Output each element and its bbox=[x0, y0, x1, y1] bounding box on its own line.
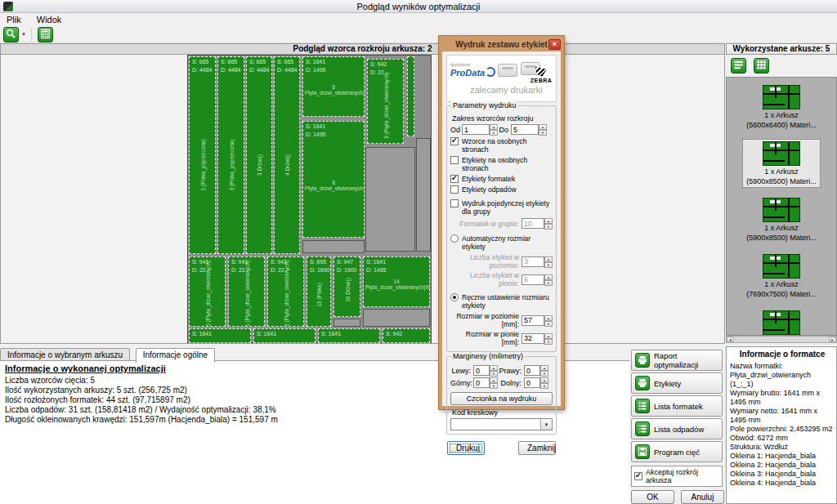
cut-panel[interactable]: S: 665D: 44843 (Półka_poprzeczna) bbox=[217, 56, 244, 254]
app-icon bbox=[3, 2, 13, 11]
top-margin-input[interactable] bbox=[473, 377, 490, 388]
cut-panel[interactable]: S: 941D: 22..11 (Płyta_drzwi_otwieranych… bbox=[228, 256, 265, 327]
cut-panel[interactable]: S: 1641 bbox=[318, 328, 380, 343]
v-count-input[interactable] bbox=[521, 274, 544, 285]
waste-area[interactable] bbox=[333, 319, 360, 327]
spinner-arrows[interactable] bbox=[490, 377, 498, 388]
parts-list-button[interactable]: Lista formatek bbox=[631, 395, 723, 417]
right-margin-input[interactable] bbox=[524, 365, 540, 376]
tab-general-info[interactable]: Informacje ogólne bbox=[136, 348, 216, 363]
spinner-arrows[interactable] bbox=[539, 124, 547, 135]
cut-panel[interactable] bbox=[407, 56, 414, 136]
cut-panel[interactable]: S: 1641 bbox=[253, 328, 316, 343]
labels-pages-row[interactable]: Etykiety na osobnych stronach bbox=[450, 156, 553, 172]
patterns-pages-checkbox[interactable] bbox=[450, 137, 459, 145]
size-v-input[interactable] bbox=[521, 333, 544, 344]
manual-size-row[interactable]: Ręczne ustawienie rozmiaru etykiety bbox=[450, 293, 553, 310]
right-margin-label: Prawy: bbox=[498, 367, 524, 375]
sheet-list-item[interactable]: 1 x Arkusz (5600x6400) Materi... bbox=[727, 78, 836, 134]
labels-waste-row[interactable]: Etykiety odpadów bbox=[450, 185, 553, 194]
cut-panel[interactable]: S: 941D: 22..12 (Płyta_drzwi_otwieranych… bbox=[267, 256, 304, 327]
manual-size-radio[interactable] bbox=[450, 293, 459, 301]
ok-button[interactable]: OK bbox=[631, 490, 674, 504]
waste-area[interactable] bbox=[365, 147, 415, 252]
group-count-input[interactable] bbox=[521, 218, 544, 229]
cut-panel[interactable]: S: 942D: 22..9 (Płyta_drzwi_otwieranych) bbox=[367, 59, 404, 144]
barcode-combobox[interactable] bbox=[450, 418, 553, 430]
auto-size-radio[interactable] bbox=[450, 234, 459, 243]
scroll-left-arrow-icon[interactable] bbox=[727, 337, 734, 342]
sheet-list-item[interactable]: 1 x Arkusz (7690x7500) Materi... bbox=[727, 247, 836, 303]
labels-button[interactable]: Etykiety bbox=[631, 372, 723, 394]
dialog-close-button[interactable]: Zamknij bbox=[518, 441, 556, 455]
bottom-margin-input[interactable] bbox=[524, 377, 540, 388]
single-label-checkbox[interactable] bbox=[450, 199, 459, 207]
waste-list-button[interactable]: Lista odpadów bbox=[631, 418, 723, 439]
patterns-pages-row[interactable]: Wzorce na osobnych stronach bbox=[450, 137, 553, 154]
cut-panel[interactable]: S: 665D: 44844 Drzwi() bbox=[274, 56, 300, 254]
accept-layout-row[interactable]: Akceptuj rozkrój arkusza bbox=[631, 466, 723, 487]
range-to-input[interactable] bbox=[511, 124, 539, 135]
cut-panel[interactable]: S: 665D: 44841 (Półka_poprzeczna) bbox=[189, 56, 216, 254]
sidebar-toolbar bbox=[726, 56, 837, 77]
spinner-arrows[interactable] bbox=[490, 124, 498, 135]
actions-column: Raport optymalizacji Etykiety Lista form… bbox=[631, 350, 724, 504]
spinner-arrows[interactable] bbox=[540, 377, 548, 388]
size-h-input[interactable] bbox=[521, 315, 544, 326]
dialog-title-bar[interactable]: Wydruk zestawu etykiet bbox=[441, 38, 562, 51]
menu-widok[interactable]: Widok bbox=[30, 14, 69, 26]
auto-size-row[interactable]: Automatyczny rozmiar etykiety bbox=[450, 234, 553, 251]
accept-checkbox-label: Akceptuj rozkrój arkusza bbox=[646, 468, 719, 484]
spinner-arrows[interactable] bbox=[490, 365, 498, 376]
cut-panel[interactable]: S: 947D: 190016 Drzwi() bbox=[333, 256, 360, 317]
zoom-dropdown-arrow[interactable] bbox=[21, 32, 28, 38]
cut-panel[interactable]: S: 1641 bbox=[189, 328, 251, 343]
sheet-list[interactable]: 1 x Arkusz (5600x6400) Materi... 1 x Ark… bbox=[726, 77, 837, 336]
waste-area[interactable] bbox=[363, 309, 430, 327]
list-view-button[interactable] bbox=[731, 58, 746, 74]
labels-waste-checkbox[interactable] bbox=[450, 185, 459, 194]
sheet-list-item-selected[interactable]: 1 x Arkusz (5900x8500) Materi... bbox=[727, 134, 836, 190]
cut-program-button[interactable]: Program cięć bbox=[631, 441, 723, 462]
spinner-arrows[interactable] bbox=[544, 333, 553, 344]
cut-panel[interactable]: S: 1641D: 146514 Płyta_drzwi_otwieranych… bbox=[363, 256, 430, 307]
sheet-list-item[interactable]: 1 x Arkusz (6900x8900) Materia... bbox=[727, 303, 836, 336]
sheet-list-item[interactable]: 1 x Arkusz (5900x8500) Materi... bbox=[727, 190, 836, 247]
left-margin-input[interactable] bbox=[473, 365, 490, 376]
spinner-arrows[interactable] bbox=[544, 315, 553, 326]
cut-panel[interactable]: S: 695D: 169013 (Półka) bbox=[307, 256, 331, 327]
waste-area[interactable] bbox=[416, 138, 431, 252]
spinner-arrows[interactable] bbox=[544, 218, 553, 229]
cut-panel[interactable]: S: 1641D: 14958 Płyta_drzwi_otwieranych(… bbox=[302, 121, 365, 238]
zoom-button[interactable] bbox=[3, 27, 19, 42]
report-button[interactable]: Raport optymalizacji bbox=[631, 350, 723, 371]
horizontal-scrollbar[interactable] bbox=[726, 336, 837, 343]
chevron-down-icon[interactable] bbox=[540, 419, 552, 430]
close-icon[interactable] bbox=[548, 39, 561, 50]
font-button[interactable]: Czcionka na wydruku bbox=[450, 392, 553, 405]
grid-view-button[interactable] bbox=[754, 58, 769, 74]
h-count-label: Liczba etykiet w poziomie: bbox=[450, 253, 521, 270]
labels-pages-checkbox[interactable] bbox=[450, 156, 459, 164]
cut-panel[interactable]: S: 942 bbox=[383, 328, 430, 343]
spinner-arrows[interactable] bbox=[544, 256, 553, 267]
scroll-right-arrow-icon[interactable] bbox=[829, 337, 836, 342]
cut-panel[interactable]: S: 1641D: 14956 Płyta_drzwi_otwieranych(… bbox=[302, 56, 365, 117]
pattern-canvas[interactable]: S: 665D: 44841 (Półka_poprzeczna)S: 665D… bbox=[0, 54, 725, 344]
calculator-button[interactable] bbox=[38, 27, 53, 42]
spinner-arrows[interactable] bbox=[540, 365, 548, 376]
labels-parts-checkbox[interactable] bbox=[450, 175, 459, 183]
print-button[interactable]: Drukuj bbox=[447, 441, 485, 455]
range-from-input[interactable] bbox=[462, 124, 490, 135]
spinner-arrows[interactable] bbox=[544, 274, 553, 285]
format-info-line: Struktura: Wzdłuż bbox=[730, 443, 835, 452]
cancel-button[interactable]: Anuluj bbox=[681, 490, 724, 504]
labels-parts-row[interactable]: Etykiety formatek bbox=[450, 175, 553, 183]
accept-checkbox[interactable] bbox=[634, 472, 642, 480]
cut-panel[interactable]: S: 665D: 44843 Drzwi() bbox=[246, 56, 272, 254]
cut-panel[interactable]: S: 941D: 22..10 (Płyta_drzwi_otwieranych… bbox=[189, 256, 226, 327]
single-label-row[interactable]: Wydruk pojedynczej etykiety dla grupy bbox=[450, 199, 553, 216]
menu-plik[interactable]: Plik bbox=[0, 14, 28, 26]
waste-area[interactable] bbox=[302, 240, 365, 253]
h-count-input[interactable] bbox=[521, 256, 544, 267]
